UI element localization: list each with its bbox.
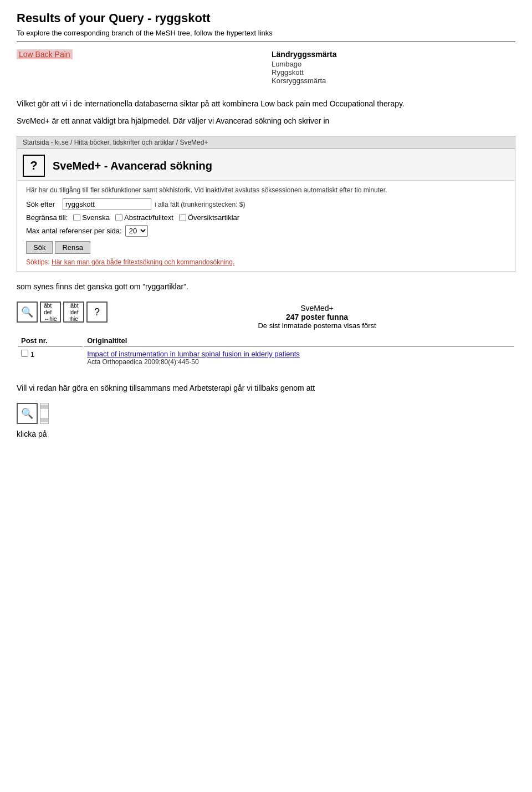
svemedplus-box: Startsida - ki.se / Hitta böcker, tidskr…	[17, 136, 515, 272]
tips-link[interactable]: Här kan man göra både fritextsökning och…	[52, 258, 234, 266]
results-table: Post nr. Originaltitel 1 Impact of instr…	[17, 334, 515, 369]
svemedplus-body: Här har du tillgång till fler sökfunktio…	[17, 181, 515, 272]
results-icons: 🔍 äbtdef↔hie ⁞äbt⁞def⁞hie ?	[17, 302, 108, 323]
bottom-icons: 🔍	[17, 403, 515, 424]
col-post-nr: Post nr.	[18, 335, 83, 346]
body-text-5: klicka på	[17, 428, 515, 440]
mesh-item-korsrygg[interactable]: Korsryggssmärta	[272, 76, 515, 85]
search-icon-box[interactable]: 🔍	[17, 302, 38, 323]
checkbox-abstract: Abstract/fulltext	[115, 213, 173, 222]
checkbox-oversikt-input[interactable]	[179, 214, 186, 221]
abc-list-icon-box[interactable]: äbtdef↔hie	[40, 302, 61, 323]
body-text-2: SveMed+ är ett annat väldigt bra hjälpme…	[17, 115, 515, 127]
row-number-1: 1	[30, 350, 34, 359]
svemedplus-header: ? SveMed+ - Avancerad sökning	[17, 149, 515, 181]
checkbox-abstract-label: Abstract/fulltext	[124, 213, 173, 222]
max-select[interactable]: 20	[125, 225, 148, 237]
search-label: Sök efter	[26, 200, 59, 208]
checkbox-oversikt-label: Översiktsartiklar	[188, 213, 239, 222]
results-count: 247 poster funna	[119, 313, 515, 321]
results-sort: De sist inmatade posterna visas först	[119, 321, 515, 330]
body-text-1: Vilket gör att vi i de internationella d…	[17, 98, 515, 110]
max-row: Max antal referenser per sida: 20	[26, 225, 506, 237]
search-input[interactable]	[63, 198, 151, 210]
mesh-right: Ländryggssmärta Lumbago Ryggskott Korsry…	[260, 50, 515, 85]
body-text-3: som synes finns det ganska gott om ”rygg…	[17, 281, 515, 293]
mesh-link-low-back-pain[interactable]: Low Back Pain	[17, 49, 73, 59]
body-text-4: Vill vi redan här göra en sökning tillsa…	[17, 382, 515, 394]
abc-list-icon: äbtdef↔hie	[44, 303, 57, 322]
tips-prefix: Söktips:	[26, 258, 50, 266]
help-icon: ?	[94, 306, 100, 318]
abc-tree-icon-box[interactable]: ⁞äbt⁞def⁞hie	[63, 302, 84, 323]
svemedplus-breadcrumb: Startsida - ki.se / Hitta böcker, tidskr…	[17, 136, 515, 149]
search-hint: i alla fält (trunkeringstecken: $)	[155, 201, 245, 208]
buttons-row: Sök Rensa	[26, 241, 506, 254]
mesh-section: Low Back Pain Ländryggssmärta Lumbago Ry…	[17, 50, 515, 85]
mesh-item-lumbago[interactable]: Lumbago	[272, 60, 515, 68]
search-tips: Söktips: Här kan man göra både fritextsö…	[26, 258, 506, 266]
bottom-search-icon: 🔍	[21, 407, 33, 420]
mesh-right-list: Lumbago Ryggskott Korsryggssmärta	[272, 60, 515, 85]
svemedplus-title: SveMed+ - Avancerad sökning	[53, 160, 212, 172]
page-subtitle: To explore the corresponding branch of t…	[17, 29, 515, 37]
table-header-row: Post nr. Originaltitel	[18, 335, 514, 346]
search-row: Sök efter i alla fält (trunkeringstecken…	[26, 198, 506, 210]
mesh-right-title: Ländryggssmärta	[272, 50, 515, 59]
checkbox-svenska-label: Svenska	[82, 213, 110, 222]
help-icon-box[interactable]: ?	[86, 302, 108, 323]
results-area: 🔍 äbtdef↔hie ⁞äbt⁞def⁞hie ? SveMed+ 24	[17, 302, 515, 369]
abc-tree-icon: ⁞äbt⁞def⁞hie	[69, 303, 79, 322]
checkbox-abstract-input[interactable]	[115, 214, 122, 221]
bottom-scrollbar[interactable]	[40, 403, 49, 424]
svemedplus-logo: ?	[23, 155, 45, 177]
search-icon: 🔍	[21, 306, 33, 318]
search-button[interactable]: Sök	[26, 241, 53, 254]
max-label: Max antal referenser per sida:	[26, 227, 122, 235]
table-row: 1 Impact of instrumentation in lumbar sp…	[18, 348, 514, 368]
limit-label: Begränsa till:	[26, 213, 68, 222]
page-title: Results of your Query - ryggskott	[17, 11, 515, 25]
results-info: SveMed+ 247 poster funna De sist inmatad…	[119, 302, 515, 330]
svemedplus-description: Här har du tillgång till fler sökfunktio…	[26, 186, 506, 194]
bottom-search-icon-box[interactable]: 🔍	[17, 403, 38, 424]
checkbox-svenska: Svenska	[73, 213, 110, 222]
col-originaltitel: Originaltitel	[84, 335, 514, 346]
checkbox-oversikt: Översiktsartiklar	[179, 213, 239, 222]
reset-button[interactable]: Rensa	[55, 241, 90, 254]
divider-top	[17, 42, 515, 42]
article-journal-1: Acta Orthopaedica 2009;80(4):445-50	[87, 358, 511, 366]
checkbox-svenska-input[interactable]	[73, 214, 80, 221]
mesh-item-ryggskott[interactable]: Ryggskott	[272, 68, 515, 76]
row-checkbox-1[interactable]	[21, 350, 28, 357]
checkboxes-row: Begränsa till: Svenska Abstract/fulltext…	[26, 213, 506, 222]
mesh-left: Low Back Pain	[17, 50, 260, 59]
article-link-1[interactable]: Impact of instrumentation in lumbar spin…	[87, 350, 300, 358]
service-name: SveMed+	[119, 304, 515, 313]
